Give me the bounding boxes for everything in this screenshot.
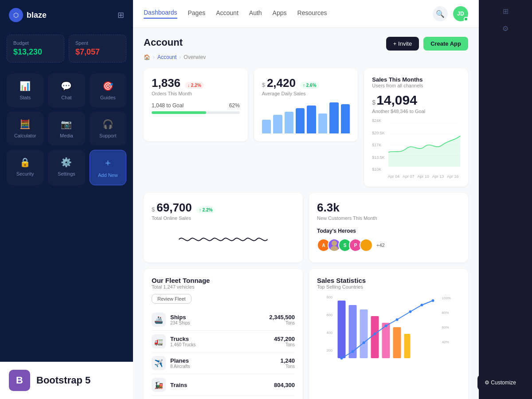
bar-1 — [262, 120, 271, 134]
orders-card: 1,836 ↓ 2.2% Orders This Month 1,048 to … — [144, 68, 248, 141]
new-customers-card: 6.3k New Customers This Month Today's He… — [309, 193, 468, 262]
add-icon: + — [105, 157, 111, 169]
svg-text:400: 400 — [327, 331, 333, 335]
budget-label: Budget — [13, 40, 58, 46]
heroes-section: Today's Heroes A S P +42 — [317, 228, 460, 252]
search-icon: 🔍 — [436, 10, 445, 18]
wave-chart — [152, 226, 295, 254]
spent-card: Spent $7,057 — [69, 35, 126, 63]
logo-area: ⬡ blaze — [9, 8, 47, 22]
sales-stats-title: Sales Statistics — [317, 277, 460, 284]
breadcrumb-account[interactable]: Account — [157, 54, 176, 60]
budget-value: $13,230 — [13, 47, 58, 57]
fleet-title: Our Fleet Tonnage — [152, 277, 295, 284]
heroes-avatars: A S P +42 — [317, 239, 460, 252]
stats-icon: 📊 — [20, 81, 31, 91]
calculator-icon: 🧮 — [20, 119, 31, 129]
sidebar-item-calculator[interactable]: 🧮 Calculator — [7, 112, 43, 145]
fleet-item-ships: 🚢 Ships 234 Ships 2,345,500 Tons — [152, 309, 295, 331]
sidebar-item-add-new[interactable]: + Add New — [90, 150, 126, 185]
right-icon-1[interactable]: ⊞ — [503, 7, 509, 16]
sales-month-subtitle: Users from all channels — [372, 83, 460, 88]
trains-icon: 🚂 — [152, 378, 166, 392]
sales-stats-card: Sales Statistics Top Selling Countries 8… — [309, 269, 468, 399]
spent-label: Spent — [75, 40, 120, 46]
security-icon: 🔒 — [20, 157, 31, 168]
daily-sales-card: $ 2,420 ↑ 2.6% Average Daily Sales — [254, 68, 358, 141]
customize-button[interactable]: ⚙ Customize — [477, 375, 523, 390]
spent-value: $7,057 — [75, 47, 120, 57]
breadcrumb-current: Overwiev — [184, 54, 206, 60]
right-sidebar: ⊞ ⚙ — [479, 0, 532, 399]
nav-grid: 📊 Stats 💬 Chat 🎯 Guides 🧮 Calculator 📷 M… — [0, 69, 133, 190]
daily-sales-badge: ↑ 2.6% — [300, 82, 319, 89]
progress-bar-bg — [152, 111, 240, 114]
progress-section: 1,048 to Goal 62% — [152, 102, 240, 114]
trucks-name: Trucks — [170, 336, 196, 342]
svg-rect-11 — [360, 309, 368, 358]
review-fleet-button[interactable]: Review Fleet — [152, 294, 192, 304]
settings-icon: ⚙️ — [61, 157, 72, 168]
right-icon-2[interactable]: ⚙ — [502, 24, 509, 33]
nav-apps[interactable]: Apps — [273, 9, 287, 18]
sidebar-item-support[interactable]: 🎧 Support — [90, 112, 126, 145]
main-content: Dashboards Pages Account Auth Apps Resou… — [133, 0, 479, 399]
user-avatar[interactable]: JD — [453, 6, 468, 21]
page-content: Account + Invite Create App 🏠 › Account … — [133, 28, 479, 399]
logo-text: blaze — [27, 11, 47, 20]
sidebar-item-media[interactable]: 📷 Media — [48, 112, 85, 145]
sidebar-item-chat[interactable]: 💬 Chat — [48, 74, 85, 107]
planes-info: Planes 8 Aircrafts — [170, 357, 190, 369]
search-button[interactable]: 🔍 — [433, 6, 448, 21]
fleet-card: Our Fleet Tonnage Total 1,247 vehicles R… — [144, 269, 303, 399]
bootstrap-label: Bootstrap 5 — [36, 375, 90, 386]
bar-2 — [273, 115, 282, 133]
y-label-3: $17K — [372, 143, 385, 147]
invite-button[interactable]: + Invite — [386, 37, 419, 51]
svg-text:60%: 60% — [442, 325, 449, 329]
y-label-2: $20.5K — [372, 131, 385, 135]
sidebar-item-stats[interactable]: 📊 Stats — [7, 74, 43, 107]
svg-point-21 — [396, 318, 399, 321]
svg-rect-15 — [404, 334, 411, 358]
bar-3 — [285, 112, 293, 133]
y-label-4: $13.5K — [372, 155, 385, 160]
bootstrap-badge: B Bootstrap 5 — [0, 362, 133, 399]
bar-8 — [341, 104, 350, 134]
svg-point-17 — [352, 350, 354, 353]
progress-label: 1,048 to Goal — [152, 102, 184, 109]
sidebar-item-settings[interactable]: ⚙️ Settings — [48, 150, 85, 185]
menu-icon[interactable]: ⊞ — [117, 10, 124, 20]
create-app-button[interactable]: Create App — [423, 37, 468, 51]
x-label-3: Apr 10 — [417, 174, 429, 179]
orders-label: Orders This Month — [152, 91, 240, 96]
heroes-title: Today's Heroes — [317, 228, 460, 234]
ships-sub: 234 Ships — [170, 321, 190, 325]
trucks-sub: 1,460 Trucks — [170, 342, 196, 347]
fleet-item-trains: 🚂 Trains 804,300 — [152, 374, 295, 396]
svg-rect-14 — [393, 327, 401, 358]
nav-pages[interactable]: Pages — [188, 9, 206, 18]
nav-account[interactable]: Account — [216, 9, 239, 18]
online-indicator — [464, 17, 468, 21]
trucks-info: Trucks 1,460 Trucks — [170, 336, 196, 347]
sales-month-sublabel: Another $48,346 to Goal — [372, 109, 460, 114]
bootstrap-icon: B — [9, 370, 30, 391]
sidebar-item-label: Stats — [20, 95, 31, 100]
page-actions: + Invite Create App — [386, 37, 468, 51]
nav-dashboards[interactable]: Dashboards — [144, 9, 177, 19]
sidebar-item-security[interactable]: 🔒 Security — [7, 150, 43, 185]
nav-resources[interactable]: Resources — [297, 9, 327, 18]
x-labels: Apr 04 Apr 07 Apr 10 Apr 13 Apr 16 — [372, 174, 460, 179]
breadcrumb-home[interactable]: 🏠 — [144, 54, 150, 60]
planes-sub: 8 Aircrafts — [170, 364, 190, 369]
nav-auth[interactable]: Auth — [249, 9, 262, 18]
ships-info: Ships 234 Ships — [170, 314, 190, 325]
media-icon: 📷 — [61, 119, 72, 129]
line-chart-container: $24K $20.5K $17K $13.5K $10K — [372, 118, 460, 179]
sidebar-item-label: Chat — [61, 95, 71, 100]
sidebar-header: ⬡ blaze ⊞ — [0, 0, 133, 30]
sidebar-item-label: Add New — [98, 172, 118, 178]
daily-sales-number: 2,420 — [267, 76, 296, 90]
sidebar-item-guides[interactable]: 🎯 Guides — [90, 74, 126, 107]
